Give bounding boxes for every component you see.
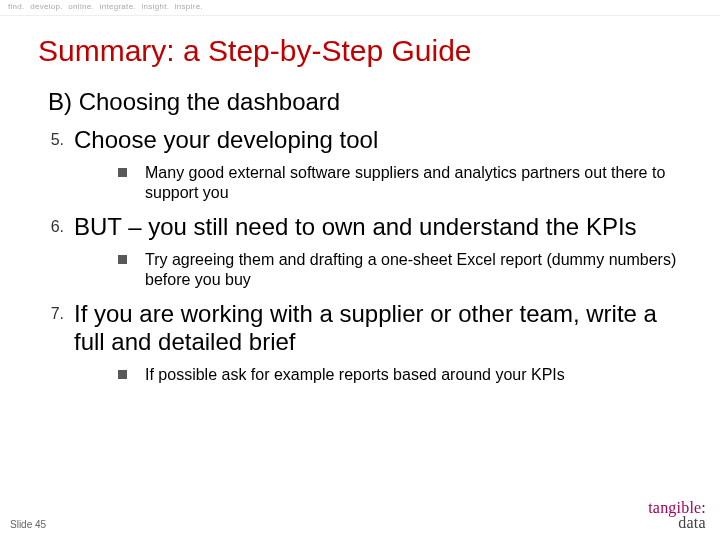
slide-title: Summary: a Step-by-Step Guide [0, 16, 720, 74]
section-heading: B) Choosing the dashboard [0, 74, 720, 120]
sub-item: Try agreeing them and drafting a one-she… [118, 250, 692, 290]
tagline-word: inspire. [175, 2, 203, 11]
square-bullet-icon [118, 168, 127, 177]
item-heading: If you are working with a supplier or ot… [74, 300, 692, 358]
square-bullet-icon [118, 255, 127, 264]
list-item: 7. If you are working with a supplier or… [40, 300, 692, 386]
slide-content: 5. Choose your developing tool Many good… [0, 120, 720, 385]
item-number: 5. [40, 126, 74, 149]
top-tagline: find. develop. online. integrate. insigh… [0, 0, 720, 16]
tagline-word: online. [68, 2, 94, 11]
item-number: 7. [40, 300, 74, 323]
item-heading: BUT – you still need to own and understa… [74, 213, 692, 242]
tagline-word: find. [8, 2, 25, 11]
tagline-word: develop. [30, 2, 63, 11]
brand-line1: tangible: [648, 500, 706, 515]
list-item: 5. Choose your developing tool Many good… [40, 126, 692, 203]
list-item: 6. BUT – you still need to own and under… [40, 213, 692, 290]
item-heading: Choose your developing tool [74, 126, 692, 155]
sub-item-text: Try agreeing them and drafting a one-she… [145, 250, 692, 290]
sub-item-text: If possible ask for example reports base… [145, 365, 692, 385]
brand-line2: data [648, 515, 706, 530]
brand-logo: tangible: data [648, 500, 706, 530]
sub-item-text: Many good external software suppliers an… [145, 163, 692, 203]
sub-item: Many good external software suppliers an… [118, 163, 692, 203]
slide-number: Slide 45 [10, 519, 46, 530]
square-bullet-icon [118, 370, 127, 379]
tagline-word: insight. [141, 2, 169, 11]
sub-item: If possible ask for example reports base… [118, 365, 692, 385]
tagline-word: integrate. [100, 2, 136, 11]
item-number: 6. [40, 213, 74, 236]
